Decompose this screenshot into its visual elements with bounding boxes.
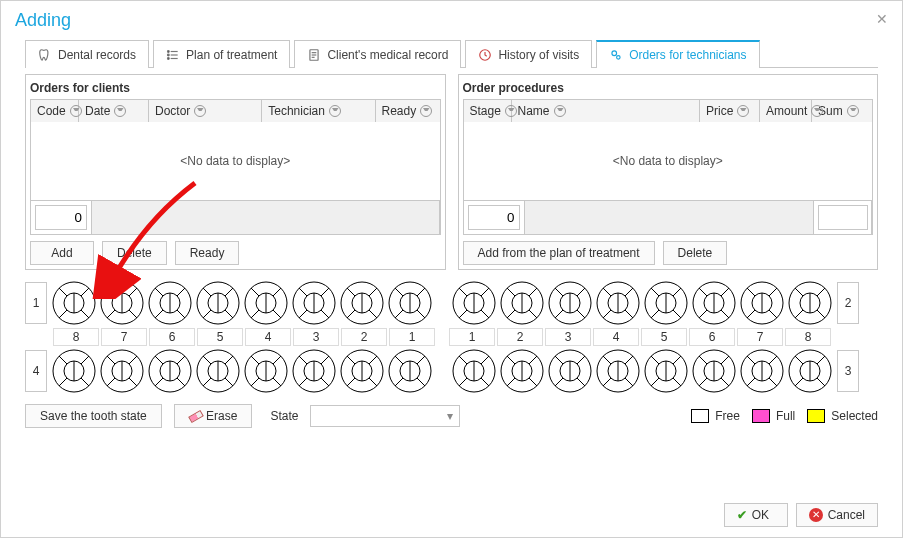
tooth[interactable] [243,280,289,326]
col-price[interactable]: Price [700,100,760,122]
tooth[interactable] [147,348,193,394]
orders-for-clients-panel: Orders for clients Code Date Doctor Tech… [25,74,446,270]
tooth-number: 6 [149,328,195,346]
save-tooth-state-button[interactable]: Save the tooth state [25,404,162,428]
clients-grid: Code Date Doctor Technician Ready <No da… [30,99,441,235]
tooth[interactable] [499,280,545,326]
tooth[interactable] [547,348,593,394]
filter-icon[interactable] [505,105,517,117]
adding-dialog: Adding ✕ Dental records Plan of treatmen… [0,0,903,538]
tooth[interactable] [387,348,433,394]
tooth[interactable] [195,280,241,326]
tooth[interactable] [291,348,337,394]
tooth-number: 8 [53,328,99,346]
tooth[interactable] [499,348,545,394]
tooth-number: 2 [497,328,543,346]
tooth[interactable] [243,348,289,394]
delete-button[interactable]: Delete [102,241,167,265]
legend-selected: Selected [807,409,878,423]
tooth[interactable] [595,280,641,326]
tooth-number: 3 [293,328,339,346]
tooth[interactable] [51,280,97,326]
col-stage[interactable]: Stage [464,100,512,122]
order-procedures-panel: Order procedures Stage Name Price Amount… [458,74,879,270]
filter-icon[interactable] [70,105,82,117]
legend-free: Free [691,409,740,423]
state-combo[interactable]: ▾ [310,405,460,427]
filter-icon[interactable] [554,105,566,117]
tooth[interactable] [451,348,497,394]
filter-icon[interactable] [329,105,341,117]
quadrant-1: 1 [25,282,47,324]
col-doctor[interactable]: Doctor [149,100,262,122]
tooth[interactable] [643,280,689,326]
filter-icon[interactable] [420,105,432,117]
ok-button[interactable]: ✔OK [724,503,788,527]
procedures-sum-input[interactable] [818,205,868,230]
col-ready[interactable]: Ready [376,100,440,122]
eraser-icon [188,410,204,423]
col-date[interactable]: Date [79,100,149,122]
col-code[interactable]: Code [31,100,79,122]
tooth[interactable] [643,348,689,394]
tooth[interactable] [99,280,145,326]
filter-icon[interactable] [114,105,126,117]
erase-button[interactable]: Erase [174,404,253,428]
tooth[interactable] [339,348,385,394]
svg-point-2 [168,54,170,56]
history-icon [478,48,492,62]
tooth[interactable] [99,348,145,394]
tooth[interactable] [387,280,433,326]
svg-point-11 [612,51,617,56]
clients-footer-input[interactable] [35,205,87,230]
svg-point-4 [168,57,170,59]
tooth[interactable] [451,280,497,326]
procedures-title: Order procedures [463,81,874,95]
col-amount[interactable]: Amount [760,100,812,122]
check-icon: ✔ [737,508,747,522]
tooth-number: 4 [593,328,639,346]
col-technician[interactable]: Technician [262,100,375,122]
tooth[interactable] [51,348,97,394]
tooth[interactable] [147,280,193,326]
procedures-footer-input[interactable] [468,205,520,230]
procedures-empty: <No data to display> [464,122,873,200]
quadrant-4: 4 [25,350,47,392]
dialog-title: Adding [15,10,71,31]
tooth[interactable] [195,348,241,394]
filter-icon[interactable] [194,105,206,117]
tooth-number: 7 [737,328,783,346]
tab-history-of-visits[interactable]: History of visits [465,40,592,68]
tooth[interactable] [339,280,385,326]
document-icon [307,48,321,62]
tooth-icon [38,48,52,62]
col-name[interactable]: Name [512,100,701,122]
ready-button[interactable]: Ready [175,241,240,265]
tooth-number: 2 [341,328,387,346]
tooth[interactable] [739,348,785,394]
tab-orders-technicians[interactable]: Orders for technicians [596,40,759,68]
quadrant-3: 3 [837,350,859,392]
tooth[interactable] [739,280,785,326]
tab-plan-of-treatment[interactable]: Plan of treatment [153,40,290,68]
tab-medical-record[interactable]: Client's medical record [294,40,461,68]
tooth[interactable] [291,280,337,326]
filter-icon[interactable] [737,105,749,117]
add-button[interactable]: Add [30,241,94,265]
tooth-number: 3 [545,328,591,346]
state-label: State [270,409,298,423]
add-from-plan-button[interactable]: Add from the plan of treatment [463,241,655,265]
tooth-number: 4 [245,328,291,346]
cancel-button[interactable]: ✕Cancel [796,503,878,527]
tooth-number: 7 [101,328,147,346]
tab-dental-records[interactable]: Dental records [25,40,149,68]
tooth[interactable] [787,348,833,394]
tooth[interactable] [595,348,641,394]
filter-icon[interactable] [847,105,859,117]
procedures-delete-button[interactable]: Delete [663,241,728,265]
tooth[interactable] [691,280,737,326]
tooth[interactable] [547,280,593,326]
tooth[interactable] [787,280,833,326]
close-icon[interactable]: ✕ [876,11,888,27]
tooth[interactable] [691,348,737,394]
